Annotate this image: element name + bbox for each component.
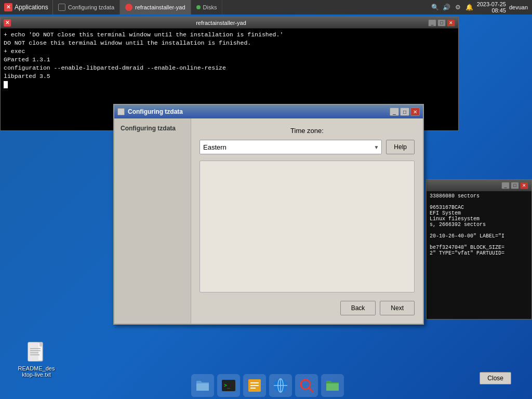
- terminal2-line-2: [430, 199, 528, 205]
- window-label-refracta: refractainstaller-yad: [135, 4, 185, 10]
- dialog-minimize-button[interactable]: _: [390, 108, 399, 116]
- dialog-sidebar: Configuring tzdata: [114, 118, 191, 324]
- dialog-content-area: [200, 161, 415, 292]
- terminal-title-text: refractainstaller-yad: [14, 20, 428, 26]
- terminal2-line-9: [430, 239, 528, 245]
- terminal2-line-3: 9653167BCAC: [430, 205, 528, 210]
- close-button[interactable]: Close: [480, 372, 511, 384]
- terminal-line-6: libparted 3.5: [4, 72, 455, 81]
- dock-icon-terminal[interactable]: >_: [217, 374, 240, 397]
- clock: 2023-07-2508:45: [477, 1, 506, 14]
- desktop-icon-readme[interactable]: README_desktop-live.txt: [16, 340, 57, 378]
- dock-icon-folder[interactable]: [321, 374, 344, 397]
- terminal-title-icon: ✕: [4, 19, 11, 26]
- browser-dock-icon: [272, 377, 289, 394]
- timezone-select-row: Eastern UTC US/Pacific US/Mountain US/Ce…: [200, 140, 415, 154]
- terminal-close-button[interactable]: ✕: [447, 19, 455, 26]
- timezone-select[interactable]: Eastern UTC US/Pacific US/Mountain US/Ce…: [200, 140, 382, 154]
- terminal2-line-4: EFI System: [430, 210, 528, 216]
- terminal-window-controls: _ □ ✕: [428, 19, 455, 26]
- terminal2-minimize-button[interactable]: _: [501, 182, 510, 189]
- terminal-line-1: + echo 'DO NOT close this terminal windo…: [4, 31, 455, 39]
- dialog-footer: Back Next: [200, 299, 415, 315]
- dock-icon-files[interactable]: [243, 374, 266, 397]
- window-buttons: Configuring tzdata refractainstaller-yad…: [53, 0, 223, 15]
- dialog-title-text: Configuring tzdata: [128, 108, 390, 115]
- svg-rect-2: [39, 342, 43, 347]
- terminal-line-5: configuration --enable-libparted-dmraid …: [4, 64, 455, 72]
- dock-icon-browser[interactable]: [269, 374, 292, 397]
- folder-dock-icon: [324, 377, 341, 394]
- svg-line-18: [309, 388, 313, 392]
- folder-home-icon: [194, 377, 211, 394]
- dialog-main: Time zone: Eastern UTC US/Pacific US/Mou…: [191, 118, 423, 324]
- terminal-cursor: [4, 81, 8, 88]
- dialog-titlebar: Configuring tzdata _ □ ✕: [114, 105, 423, 118]
- terminal2-titlebar: _ □ ✕: [427, 180, 531, 191]
- dialog-maximize-button[interactable]: □: [400, 108, 409, 116]
- applications-label: Applications: [15, 4, 48, 11]
- update-tray-icon[interactable]: ⚙: [454, 3, 462, 11]
- notify-tray-icon[interactable]: 🔔: [466, 3, 474, 11]
- terminal-line-3: + exec: [4, 47, 455, 56]
- window-label-tzdata: Configuring tzdata: [68, 4, 114, 10]
- xfce-icon: [125, 4, 132, 11]
- close-button-area: Close: [480, 372, 511, 384]
- terminal2-line-7: [430, 228, 528, 233]
- terminal2-line-5: Linux filesystem: [430, 216, 528, 222]
- dialog-window-controls: _ □ ✕: [390, 108, 420, 116]
- taskbar-window-configuring-tzdata[interactable]: Configuring tzdata: [53, 0, 120, 15]
- taskbar-window-disks[interactable]: Disks: [191, 0, 223, 15]
- window-label-disks: Disks: [203, 4, 217, 10]
- terminal-icon: [58, 4, 65, 11]
- systray: 🔍 🔊 ⚙ 🔔 2023-07-2508:45 devuan: [427, 1, 532, 14]
- search-tray-icon[interactable]: 🔍: [431, 3, 440, 11]
- terminal-maximize-button[interactable]: □: [437, 19, 446, 26]
- dialog-sidebar-label: Configuring tzdata: [121, 125, 176, 132]
- terminal2-line-10: be7f3247048" BLOCK_SIZE=: [430, 245, 528, 250]
- bottom-dock: >_: [187, 372, 348, 399]
- dialog-title-icon: [117, 108, 125, 115]
- back-button[interactable]: Back: [340, 301, 376, 315]
- terminal-line-4: GParted 1.3.1: [4, 56, 455, 64]
- green-dot-icon: [196, 5, 201, 9]
- svg-rect-1: [28, 342, 38, 361]
- terminal-window-secondary: _ □ ✕ 33886080 sectors 9653167BCAC EFI S…: [426, 179, 532, 320]
- desktop: ✕ Applications Configuring tzdata refrac…: [0, 0, 532, 399]
- timezone-select-wrapper: Eastern UTC US/Pacific US/Mountain US/Ce…: [200, 140, 382, 154]
- svg-text:>_: >_: [224, 382, 231, 389]
- dock-icon-folder-home[interactable]: [191, 374, 214, 397]
- dock-icon-search[interactable]: [295, 374, 318, 397]
- readme-file-icon: [24, 340, 49, 365]
- taskbar-top: ✕ Applications Configuring tzdata refrac…: [0, 0, 532, 15]
- timezone-label: Time zone:: [200, 127, 415, 135]
- svg-rect-11: [250, 385, 259, 386]
- terminal2-line-1: 33886080 sectors: [430, 193, 528, 199]
- terminal2-controls: _ □ ✕: [501, 182, 528, 189]
- terminal-dock-icon: >_: [220, 377, 237, 394]
- dialog-body: Configuring tzdata Time zone: Eastern UT…: [114, 118, 423, 324]
- xfce-logo-icon: ✕: [4, 3, 12, 11]
- terminal2-close-button[interactable]: ✕: [520, 182, 528, 189]
- svg-rect-10: [250, 382, 259, 383]
- audio-tray-icon[interactable]: 🔊: [443, 3, 451, 11]
- terminal2-line-11: 2" TYPE="vfat" PARTUUID=: [430, 250, 528, 256]
- username-label: devuan: [509, 4, 528, 10]
- terminal-line-2: DO NOT close this terminal window until …: [4, 39, 455, 47]
- terminal2-line-8: 20-10-26-40-00" LABEL="I: [430, 233, 528, 239]
- help-button[interactable]: Help: [386, 140, 415, 154]
- search-dock-icon: [298, 377, 315, 394]
- taskbar-window-refractainstaller[interactable]: refractainstaller-yad: [120, 0, 191, 15]
- terminal2-line-6: s, 2666392 sectors: [430, 222, 528, 228]
- dialog-configuring-tzdata: Configuring tzdata _ □ ✕ Configuring tzd…: [113, 104, 424, 325]
- terminal2-content: 33886080 sectors 9653167BCAC EFI System …: [427, 191, 531, 319]
- files-dock-icon: [246, 377, 263, 394]
- next-button[interactable]: Next: [380, 301, 415, 315]
- terminal-cursor-line: [4, 81, 455, 89]
- terminal-titlebar: ✕ refractainstaller-yad _ □ ✕: [1, 17, 458, 29]
- dialog-close-button[interactable]: ✕: [410, 108, 420, 116]
- terminal-minimize-button[interactable]: _: [428, 19, 436, 26]
- applications-menu[interactable]: ✕ Applications: [0, 0, 53, 15]
- svg-rect-12: [250, 388, 256, 389]
- terminal2-maximize-button[interactable]: □: [511, 182, 519, 189]
